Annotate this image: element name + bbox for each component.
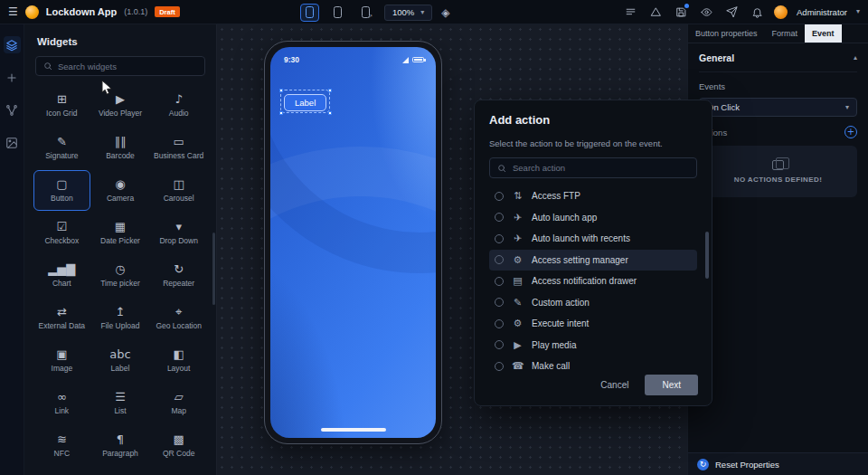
event-trigger-dropdown[interactable]: On Click ▾ [699,98,857,117]
action-list-item[interactable]: ✈ Auto launch app [489,207,697,229]
modal-scrollbar-thumb[interactable] [705,232,709,279]
notifications-bell-icon[interactable] [749,4,765,20]
widget-item[interactable]: ▣ Image [33,340,90,381]
selection-handle[interactable] [328,89,332,92]
next-button[interactable]: Next [645,375,698,395]
reset-properties-button[interactable]: ↻ Reset Properties [688,452,868,475]
user-avatar[interactable] [774,5,788,19]
widget-item[interactable]: ↻ Repeater [150,255,207,296]
widget-item[interactable]: ♪ Audio [150,85,207,126]
layers-diamond-icon[interactable]: ◈ [441,7,449,18]
widget-item[interactable]: ∞ Link [33,383,90,423]
signature-icon: ✎ [57,136,67,147]
widget-item[interactable]: ◷ Time picker [92,255,149,296]
widget-item-label: NFC [54,449,70,458]
widget-item[interactable]: ≋ NFC [33,425,90,466]
device-portrait-button[interactable] [300,4,319,22]
widget-item-label: Paragraph [102,449,138,458]
app-title: Lockdown App [46,6,117,17]
action-list-item[interactable]: ▶ Play media [489,335,697,356]
radio-button[interactable] [495,277,504,286]
triangle-icon[interactable] [647,4,664,20]
radio-button[interactable] [495,213,504,222]
action-list-item[interactable]: ✈ Auto launch with recents [489,228,697,250]
widget-item[interactable]: ↥ File Upload [92,298,149,338]
widget-item[interactable]: ▦ Date Picker [92,213,149,253]
radio-button[interactable] [495,340,504,349]
selection-handle[interactable] [279,111,283,115]
widgets-panel: Widgets ⊞ Icon Grid ▶ Video Player ♪ Aud [24,24,217,475]
widget-item[interactable]: ⊞ Icon Grid [33,85,90,126]
widget-selection-box[interactable]: Label [280,90,330,113]
chevron-down-icon: ▾ [845,104,849,111]
widget-item[interactable]: ◉ Camera [92,170,149,211]
radio-button[interactable] [495,255,504,264]
action-list-item[interactable]: ⇅ Access FTP [489,185,697,207]
phone-screen[interactable]: 9:30 Label [270,47,436,438]
action-list-item[interactable]: ▤ Access notification drawer [489,271,697,292]
selection-handle[interactable] [328,111,332,115]
widget-item[interactable]: ▩ QR Code [150,425,207,466]
barcode-icon: ∥∥ [114,136,126,147]
selection-handle[interactable] [279,89,283,92]
zoom-value: 100% [392,7,414,17]
widget-item[interactable]: ☑ Checkbox [33,213,90,253]
preview-eye-icon[interactable] [698,4,714,20]
pencil-icon: ✎ [512,298,524,308]
device-tablet-button[interactable] [328,4,347,22]
add-action-modal: Add action Select the action to be trigg… [474,100,712,406]
widget-item[interactable]: ▢ Button [33,170,90,211]
save-icon[interactable] [673,4,689,20]
widget-item[interactable]: ◫ Carousel [150,170,207,211]
properties-tab[interactable]: Event [805,24,842,43]
widget-item-label: QR Code [163,449,194,458]
widget-item[interactable]: ☰ List [92,383,149,423]
properties-body: General ▴ Events On Click ▾ Actions + NO… [688,43,868,197]
properties-tab[interactable]: Format [765,24,806,43]
widget-item[interactable]: ∥∥ Barcode [92,128,149,168]
publish-send-icon[interactable] [723,4,740,20]
device-export-button[interactable]: ↗ [356,4,375,22]
action-list-item[interactable]: ⚙ Access setting manager [489,250,697,271]
rail-widgets-layers-icon[interactable] [4,36,21,53]
properties-tab[interactable]: Button properties [688,24,765,43]
hamburger-menu-icon[interactable]: ☰ [8,6,18,17]
general-section-title: General [699,52,734,63]
widget-item[interactable]: ⇄ External Data [33,298,90,338]
widgets-search-input[interactable] [58,62,197,71]
rail-image-icon[interactable] [4,134,21,151]
action-list-item[interactable]: ✎ Custom action [489,292,697,314]
widget-item[interactable]: ▂▅▇ Chart [33,255,90,296]
widget-item[interactable]: ⌖ Geo Location [150,298,207,338]
widget-item-label: External Data [39,321,86,330]
radio-button[interactable] [495,319,504,328]
rail-flow-nodes-icon[interactable] [4,101,21,119]
widget-item[interactable]: ◧ Layout [150,340,207,381]
action-search-input[interactable] [513,163,689,173]
widget-item[interactable]: abc Label [92,340,149,381]
widget-item[interactable]: ¶ Paragraph [92,425,149,466]
widget-item-label: Carousel [164,194,194,203]
widget-item[interactable]: ▾ Drop Down [150,213,207,253]
widget-item[interactable]: ▶ Video Player [92,85,149,126]
action-list-item[interactable]: ⚙ Execute intent [489,313,697,335]
widget-item[interactable]: ▭ Business Card [150,128,207,168]
radio-button[interactable] [495,234,504,243]
radio-button[interactable] [495,192,504,201]
gear-icon: ⚙ [512,318,524,328]
action-list-item[interactable]: ☎ Make call [489,356,697,377]
add-action-button[interactable]: + [844,126,857,138]
general-section-header[interactable]: General ▴ [699,52,857,72]
widget-item[interactable]: ✎ Signature [33,128,90,168]
zoom-select[interactable]: 100% ▾ [384,5,432,21]
rail-add-plus-icon[interactable] [4,69,21,86]
chevron-down-icon: ▾ [420,9,424,16]
radio-button[interactable] [495,298,504,307]
list-menu-icon[interactable] [622,4,638,20]
radio-button[interactable] [495,362,504,371]
cancel-button[interactable]: Cancel [600,380,628,390]
label-widget[interactable]: Label [284,94,326,111]
user-menu-chevron-icon[interactable]: ▾ [856,8,860,15]
widgets-scrollbar-thumb[interactable] [212,233,215,305]
widget-item[interactable]: ▱ Map [150,383,207,423]
